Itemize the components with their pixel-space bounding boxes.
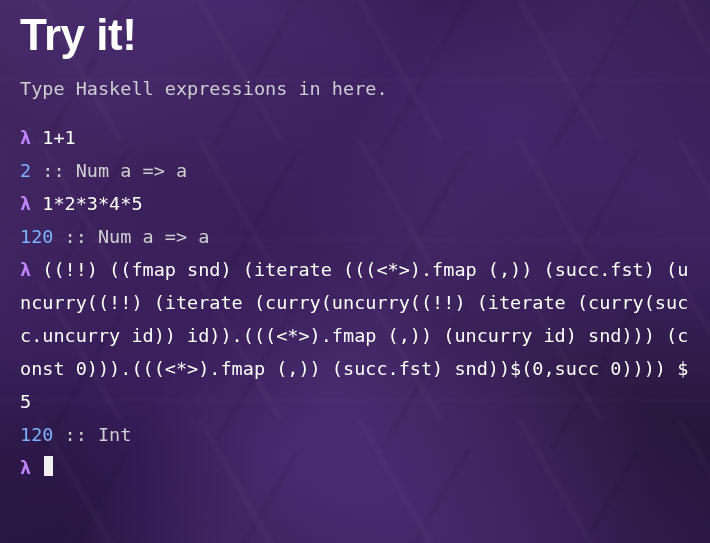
repl-input: 1+1 [42,127,75,148]
repl-output: 120 :: Num a => a [20,220,690,253]
repl-input: 1*2*3*4*5 [42,193,142,214]
result-value: 120 [20,424,53,445]
lambda-icon: λ [20,193,31,214]
lambda-icon: λ [20,127,31,148]
result-type: :: Num a => a [31,160,187,181]
repl-line: λ 1+1 [20,121,690,154]
result-type: :: Int [53,424,131,445]
lambda-icon: λ [20,259,31,280]
cursor-icon [44,456,53,476]
result-value: 120 [20,226,53,247]
repl-line: λ 1*2*3*4*5 [20,187,690,220]
intro-text: Type Haskell expressions in here. [20,78,690,99]
repl-prompt-active[interactable]: λ [20,451,690,484]
result-value: 2 [20,160,31,181]
repl-output: 120 :: Int [20,418,690,451]
repl-output: 2 :: Num a => a [20,154,690,187]
repl-input: ((!!) ((fmap snd) (iterate (((<*>).fmap … [20,259,699,412]
repl-panel: Try it! Type Haskell expressions in here… [0,0,710,484]
page-title: Try it! [20,10,690,60]
repl-console[interactable]: λ 1+1 2 :: Num a => a λ 1*2*3*4*5 120 ::… [20,121,690,484]
result-type: :: Num a => a [53,226,209,247]
repl-line: λ ((!!) ((fmap snd) (iterate (((<*>).fma… [20,253,690,418]
lambda-icon: λ [20,457,31,478]
